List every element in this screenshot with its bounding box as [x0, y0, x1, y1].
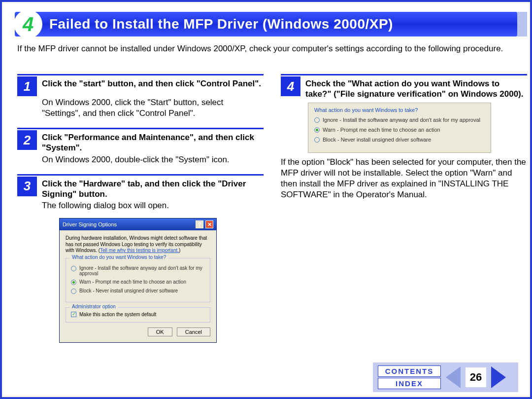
step-title: Click the "Hardware" tab, and then click…: [42, 177, 264, 200]
mini-legend: What action do you want Windows to take?: [314, 107, 485, 113]
radio-label: Warn - Prompt me each time to choose an …: [323, 127, 440, 133]
driver-signing-dialog: Driver Signing Options ? ✕ During hardwa…: [59, 218, 217, 343]
step-4-explanation: If the option "Block" has been selected …: [281, 157, 527, 200]
radio-warn[interactable]: Warn - Prompt me each time to choose an …: [71, 279, 205, 285]
radio-icon: [71, 289, 76, 294]
section-title: Failed to Install the MFP Driver (Window…: [49, 16, 393, 32]
step-title: Check the "What action do you want Windo…: [305, 76, 527, 100]
step-1: 1 Click the "start" button, and then cli…: [17, 74, 264, 119]
radio-icon: [314, 117, 320, 123]
prev-page-icon[interactable]: [446, 366, 461, 388]
radio-icon: [314, 127, 320, 133]
radio-block[interactable]: Block - Never install unsigned driver so…: [314, 137, 485, 143]
radio-ignore[interactable]: Ignore - Install the software anyway and…: [314, 117, 485, 123]
admin-fieldset: Administrator option ✓ Make this action …: [66, 307, 210, 323]
section-number-badge: 4: [14, 10, 42, 38]
right-column: 4 Check the "What action do you want Win…: [281, 74, 527, 209]
step-2: 2 Click "Performance and Maintenance", a…: [17, 128, 264, 165]
radio-icon: [71, 280, 76, 285]
footer-nav: CONTENTS INDEX 26: [373, 363, 518, 392]
step-title: Click "Performance and Maintenance", and…: [42, 130, 264, 153]
page-number: 26: [466, 367, 486, 387]
step-title: Click the "start" button, and then click…: [42, 76, 264, 96]
close-icon[interactable]: ✕: [205, 220, 213, 228]
next-page-icon[interactable]: [491, 366, 506, 388]
step-number: 4: [281, 76, 300, 96]
radio-label: Block - Never install unsigned driver so…: [79, 288, 178, 293]
intro-text: If the MFP driver cannot be installed un…: [17, 43, 515, 55]
radio-icon: [71, 266, 76, 271]
radio-label: Ignore - Install the software anyway and…: [79, 265, 205, 276]
ok-button[interactable]: OK: [148, 327, 172, 336]
section-title-bar: 4 Failed to Install the MFP Driver (Wind…: [15, 12, 517, 36]
step-body: On Windows 2000, click the "Start" butto…: [42, 97, 264, 119]
action-legend: What action do you want Windows to take?: [70, 254, 168, 260]
dialog-titlebar: Driver Signing Options ? ✕: [60, 218, 216, 230]
step-number: 3: [17, 177, 37, 196]
action-mini-box: What action do you want Windows to take?…: [308, 103, 491, 153]
radio-ignore[interactable]: Ignore - Install the software anyway and…: [71, 265, 205, 276]
index-button[interactable]: INDEX: [378, 378, 441, 389]
help-icon[interactable]: ?: [196, 220, 203, 228]
checkbox-icon: ✓: [71, 312, 76, 317]
checkbox-default[interactable]: ✓ Make this action the system default: [71, 312, 205, 317]
step-3: 3 Click the "Hardware" tab, and then cli…: [17, 174, 264, 343]
radio-label: Warn - Prompt me each time to choose an …: [79, 279, 186, 285]
radio-label: Block - Never install unsigned driver so…: [323, 137, 431, 143]
dialog-intro-b: ): [179, 248, 180, 253]
checkbox-label: Make this action the system default: [79, 312, 156, 317]
radio-label: Ignore - Install the software anyway and…: [323, 117, 480, 123]
dialog-intro: During hardware installation, Windows mi…: [66, 235, 210, 254]
left-column: 1 Click the "start" button, and then cli…: [17, 74, 264, 352]
radio-icon: [314, 137, 320, 143]
dialog-help-link[interactable]: Tell me why this testing is important.: [100, 248, 179, 253]
step-number: 1: [17, 76, 37, 96]
radio-warn[interactable]: Warn - Prompt me each time to choose an …: [314, 127, 485, 133]
action-fieldset: What action do you want Windows to take?…: [66, 258, 210, 302]
cancel-button[interactable]: Cancel: [177, 327, 210, 336]
contents-button[interactable]: CONTENTS: [378, 365, 441, 377]
dialog-title: Driver Signing Options: [63, 221, 117, 227]
radio-block[interactable]: Block - Never install unsigned driver so…: [71, 288, 205, 294]
step-4: 4 Check the "What action do you want Win…: [281, 74, 527, 200]
admin-legend: Administrator option: [70, 304, 118, 309]
step-number: 2: [17, 130, 37, 150]
step-body: On Windows 2000, double-click the "Syste…: [42, 154, 264, 165]
step-body: The following dialog box will open.: [42, 200, 264, 211]
